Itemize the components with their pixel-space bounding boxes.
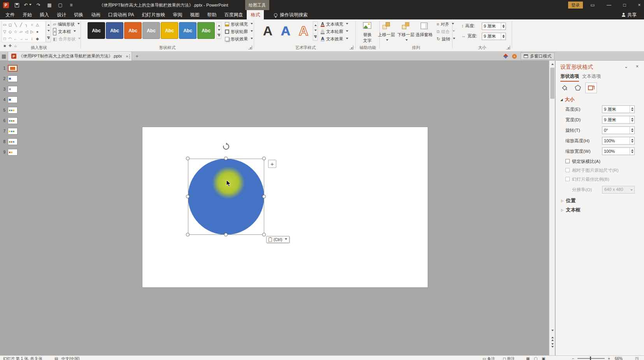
shape-style-chip[interactable]: Abc <box>142 22 160 39</box>
selection-handle[interactable] <box>186 195 190 198</box>
minimize-icon[interactable]: — <box>602 0 616 10</box>
slide-thumbnail-row[interactable]: 1 <box>0 65 19 74</box>
selection-handle[interactable] <box>262 195 266 198</box>
spellcheck-icon[interactable]: ▤ <box>54 356 58 360</box>
shape-width-input[interactable] <box>482 33 506 40</box>
selection-handle[interactable] <box>262 157 266 160</box>
zoom-percentage[interactable]: 66% <box>615 356 623 360</box>
pane-collapse-icon[interactable]: ⌄ <box>624 64 628 69</box>
canvas-scrollbar[interactable] <box>549 61 555 355</box>
slide-thumbnail-row[interactable]: 8 <box>0 138 19 147</box>
pane-scale-height-input[interactable] <box>602 137 635 145</box>
shape-gallery-item[interactable]: ↕ <box>29 35 35 42</box>
gallery-up-icon[interactable] <box>313 22 318 28</box>
ribbon-tab[interactable]: 格式 <box>247 10 264 19</box>
wordart-style-black[interactable]: A <box>259 21 276 41</box>
slide-thumbnail-row[interactable]: 6 <box>0 117 19 126</box>
rotation-handle-icon[interactable] <box>222 143 230 150</box>
maximize-icon[interactable]: □ <box>618 0 631 10</box>
gallery-more-icon[interactable] <box>46 35 51 42</box>
next-slide-icon[interactable] <box>549 343 555 349</box>
slideshow-icon[interactable]: ▦ <box>46 2 53 9</box>
tab-overflow-icon[interactable]: ⋮ <box>127 52 132 61</box>
normal-view-icon[interactable]: ▦ <box>526 356 530 360</box>
gallery-up-icon[interactable] <box>217 23 221 28</box>
group-button[interactable]: ⧉ 组合 <box>437 28 455 35</box>
settings-gear-icon[interactable] <box>511 52 518 61</box>
shape-gallery-item[interactable]: ╱ <box>18 21 24 28</box>
contextual-tab-drawing-tools[interactable]: 绘图工具 <box>245 0 269 10</box>
zoom-slider-thumb[interactable] <box>590 357 591 360</box>
shape-style-chip[interactable]: Abc <box>161 22 178 39</box>
tab-text-options[interactable]: 文本选项 <box>582 73 601 80</box>
slide-thumbnail-row[interactable]: 2 <box>0 75 19 84</box>
ribbon-tab[interactable]: 设计 <box>53 10 70 19</box>
shape-styles-dialog-launcher[interactable] <box>248 45 252 49</box>
slide-thumbnail[interactable] <box>8 138 18 145</box>
ribbon-tab[interactable]: 文件 <box>2 10 19 19</box>
slide-thumbnail[interactable] <box>8 107 18 114</box>
slide-thumbnail-row[interactable]: 4 <box>0 96 19 105</box>
shape-effects-button[interactable]: 形状效果 <box>225 36 253 42</box>
bring-forward-button[interactable]: 上移一层 <box>377 21 396 42</box>
size-dialog-launcher[interactable] <box>506 45 510 49</box>
pane-width-input[interactable] <box>602 116 635 124</box>
shape-style-chip[interactable]: Abc <box>88 22 105 39</box>
slide-thumbnail-row[interactable]: 7 <box>0 128 19 137</box>
shape-gallery-item[interactable]: ▽ <box>2 28 7 35</box>
slide-thumbnail[interactable] <box>8 96 18 103</box>
docbar-home-icon[interactable]: ▦ <box>1 52 7 61</box>
shape-gallery-item[interactable]: ◇ <box>7 28 13 35</box>
effects-icon[interactable] <box>572 82 584 93</box>
slide-thumbnail[interactable] <box>8 75 18 82</box>
new-tab-icon[interactable]: + <box>134 52 140 61</box>
wordart-style-orange-outline[interactable]: A <box>295 21 312 41</box>
shape-gallery-item[interactable]: ← <box>13 35 18 42</box>
comments-button[interactable]: ◻ 批注 <box>503 356 515 360</box>
paste-options-button[interactable]: (Ctrl) <box>266 236 290 243</box>
text-effects-button[interactable]: A 文本效果 <box>321 36 348 42</box>
selection-handle[interactable] <box>262 233 266 236</box>
gallery-down-icon[interactable] <box>313 28 318 34</box>
position-section[interactable]: ▷位置 <box>561 197 576 204</box>
zoom-slider[interactable] <box>577 358 605 359</box>
selection-handle[interactable] <box>224 157 228 160</box>
shape-gallery-item[interactable]: △ <box>35 21 40 28</box>
shape-gallery-item[interactable]: ▭ <box>2 21 7 28</box>
alt-text-button[interactable]: 替换 文字 <box>358 21 377 42</box>
tell-me-search[interactable]: 操作说明搜索 <box>274 10 308 19</box>
customize-toolbar-icon[interactable]: ≡ <box>68 2 75 9</box>
floating-plus-button[interactable]: + <box>268 160 276 168</box>
wordart-style-blue[interactable]: A <box>277 21 294 41</box>
text-outline-button[interactable]: A 文本轮廓 <box>321 28 348 35</box>
gallery-up-icon[interactable] <box>46 21 51 28</box>
ribbon-tab[interactable]: 帮助 <box>203 10 220 19</box>
pane-height-input[interactable] <box>602 105 635 113</box>
height-down-icon[interactable] <box>501 26 505 30</box>
selection-handle[interactable] <box>186 157 190 160</box>
shape-style-chip[interactable]: Abc <box>179 22 197 39</box>
slideshow-view-icon[interactable]: ▣ <box>542 356 545 360</box>
ribbon-tab[interactable]: 审阅 <box>169 10 186 19</box>
slide-thumbnail[interactable] <box>8 149 18 156</box>
selection-handle[interactable] <box>224 233 228 236</box>
rotate-button[interactable]: ↻ 旋转 <box>437 36 455 42</box>
powerpoint-app-icon[interactable]: P <box>2 2 9 9</box>
scroll-down-icon[interactable] <box>549 328 555 334</box>
slide-canvas[interactable] <box>142 127 428 287</box>
size-section-header[interactable]: ◢大小 <box>560 96 574 103</box>
shape-gallery-item[interactable]: ● <box>35 28 40 35</box>
slide-sorter-view-icon[interactable]: ▢ <box>534 356 537 360</box>
shape-gallery-item[interactable]: ↔ <box>24 35 29 42</box>
fit-to-window-icon[interactable]: ◳ <box>635 356 639 360</box>
zoom-in-button[interactable]: + <box>608 356 610 360</box>
shape-gallery-item[interactable]: ✚ <box>7 42 13 49</box>
shape-gallery-item[interactable]: □ <box>2 35 7 42</box>
shape-gallery-item[interactable]: ▱ <box>18 28 24 35</box>
slide-thumbnail-row[interactable]: 9 <box>0 149 19 158</box>
shape-gallery-item[interactable]: ◻ <box>7 21 13 28</box>
gallery-down-icon[interactable] <box>46 28 51 35</box>
shape-fill-button[interactable]: 形状填充 <box>225 21 253 28</box>
notes-button[interactable]: ▭ 备注 <box>483 356 495 360</box>
slide-thumbnail[interactable] <box>8 128 18 135</box>
